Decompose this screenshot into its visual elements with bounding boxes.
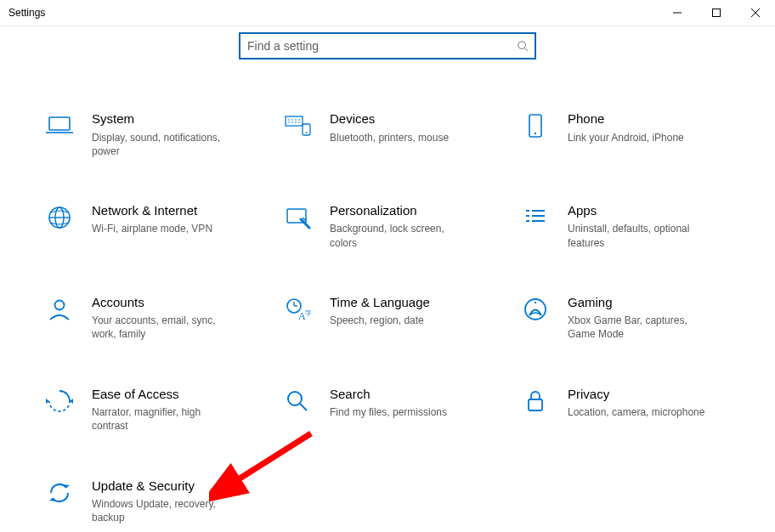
globe-icon — [39, 204, 80, 231]
accounts-icon — [39, 296, 80, 323]
privacy-icon — [515, 388, 556, 415]
category-phone[interactable]: PhoneLink your Android, iPhone — [515, 110, 736, 158]
apps-icon — [515, 204, 556, 231]
titlebar: Settings — [0, 0, 775, 26]
category-devices[interactable]: DevicesBluetooth, printers, mouse — [277, 110, 498, 158]
category-title: Apps — [568, 202, 712, 219]
categories-grid: SystemDisplay, sound, notifications, pow… — [39, 110, 736, 524]
window-title: Settings — [0, 7, 658, 19]
search-input[interactable] — [240, 34, 511, 58]
category-desc: Wi-Fi, airplane mode, VPN — [92, 222, 212, 235]
update-icon — [39, 479, 80, 507]
category-update[interactable]: Update & SecurityWindows Update, recover… — [39, 478, 260, 525]
category-globe[interactable]: Network & InternetWi-Fi, airplane mode, … — [39, 202, 260, 250]
svg-point-4 — [518, 42, 526, 49]
category-title: Privacy — [568, 386, 704, 403]
search-icon — [511, 40, 535, 52]
category-title: Network & Internet — [92, 202, 212, 219]
svg-line-5 — [525, 48, 529, 52]
category-apps[interactable]: AppsUninstall, defaults, optional featur… — [515, 202, 736, 250]
ease-icon — [39, 388, 80, 415]
search-icon — [277, 388, 318, 415]
minimize-button[interactable] — [658, 0, 697, 25]
close-button[interactable] — [736, 0, 775, 25]
gaming-icon — [515, 296, 556, 323]
category-title: Search — [330, 386, 447, 403]
maximize-button[interactable] — [697, 0, 736, 25]
category-desc: Background, lock screen, colors — [330, 222, 474, 249]
category-laptop[interactable]: SystemDisplay, sound, notifications, pow… — [39, 110, 260, 158]
category-search[interactable]: SearchFind my files, permissions — [277, 386, 498, 433]
category-desc: Display, sound, notifications, power — [92, 131, 236, 158]
category-title: Update & Security — [92, 478, 236, 495]
category-title: Devices — [330, 110, 449, 127]
category-title: Phone — [568, 110, 684, 127]
category-desc: Find my files, permissions — [330, 405, 447, 419]
category-desc: Xbox Game Bar, captures, Game Mode — [568, 314, 712, 341]
category-accounts[interactable]: AccountsYour accounts, email, sync, work… — [39, 294, 260, 342]
category-personalize[interactable]: PersonalizationBackground, lock screen, … — [277, 202, 498, 250]
laptop-icon — [39, 112, 80, 139]
personalize-icon — [277, 204, 318, 231]
category-gaming[interactable]: GamingXbox Game Bar, captures, Game Mode — [515, 294, 736, 342]
category-title: Gaming — [568, 294, 712, 311]
svg-rect-1 — [713, 9, 721, 17]
category-desc: Your accounts, email, sync, work, family — [92, 314, 236, 341]
category-title: Time & Language — [330, 294, 430, 311]
category-desc: Link your Android, iPhone — [568, 131, 684, 144]
time-icon — [277, 296, 318, 323]
category-title: Accounts — [92, 294, 236, 311]
category-desc: Location, camera, microphone — [568, 405, 704, 419]
category-desc: Uninstall, defaults, optional features — [568, 222, 712, 249]
category-desc: Windows Update, recovery, backup — [92, 497, 236, 524]
devices-icon — [277, 112, 318, 139]
phone-icon — [515, 112, 556, 139]
category-desc: Speech, region, date — [330, 314, 430, 327]
category-title: Ease of Access — [92, 386, 236, 403]
category-ease[interactable]: Ease of AccessNarrator, magnifier, high … — [39, 386, 260, 433]
category-privacy[interactable]: PrivacyLocation, camera, microphone — [515, 386, 736, 433]
category-title: Personalization — [330, 202, 474, 219]
category-time[interactable]: Time & LanguageSpeech, region, date — [277, 294, 498, 342]
category-title: System — [92, 110, 236, 127]
category-desc: Bluetooth, printers, mouse — [330, 131, 449, 144]
category-desc: Narrator, magnifier, high contrast — [92, 405, 236, 433]
content: SystemDisplay, sound, notifications, pow… — [0, 26, 775, 524]
search-box[interactable] — [239, 32, 536, 59]
